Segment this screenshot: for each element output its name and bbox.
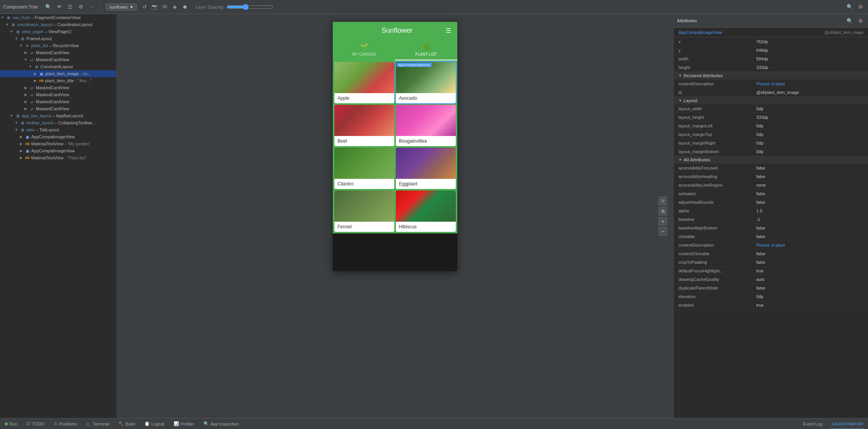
tree-toggle[interactable]: ▶ <box>19 148 23 153</box>
tree-toggle[interactable]: ▶ <box>19 134 23 139</box>
plant-card-apple[interactable]: Apple <box>334 62 394 103</box>
tree-item-icon: ⊞ <box>15 113 21 118</box>
attr-search-icon[interactable]: 🔍 <box>845 16 854 25</box>
tree-item-material_tv1[interactable]: ▶AbMaterialTextView - "My garden" <box>0 140 116 147</box>
plant-card-hibiscus[interactable]: Hibiscus <box>396 191 456 232</box>
attr-name: adjustViewBounds <box>678 200 756 205</box>
zoom-out-button[interactable]: − <box>659 227 667 236</box>
attr-settings-icon[interactable]: ⚙ <box>856 16 865 25</box>
zoom-controls: ⊡ ⧉ + − <box>659 197 667 236</box>
all-attributes-section[interactable]: ▼All Attributes <box>674 156 868 164</box>
attr-value: 1.0 <box>756 208 863 213</box>
attr-name: layout_marginLeft <box>678 124 756 128</box>
bottom-tab-terminal[interactable]: >_Terminal <box>85 418 111 429</box>
bottom-tab-problems[interactable]: ⚠Problems <box>52 418 79 429</box>
device-selector[interactable]: sunflower ▼ <box>106 4 137 11</box>
fit-to-window-icon[interactable]: ⊡ <box>659 197 667 205</box>
plant-card-fennel[interactable]: Fennel <box>334 191 394 232</box>
selected-label: AppCompatImageView <box>397 63 432 67</box>
layer-spacing-slider[interactable] <box>227 4 273 10</box>
plant-card-beet[interactable]: Beet <box>334 105 394 146</box>
bottom-tab-icon: ☑ <box>26 421 30 426</box>
tree-toggle[interactable]: ▶ <box>33 71 37 76</box>
search-icon[interactable]: 🔍 <box>44 3 53 11</box>
tree-item-plant_item_image[interactable]: ▶▣plant_item_image - Ap... <box>0 70 116 77</box>
bottom-tab-todo[interactable]: ☑TODO <box>25 418 46 429</box>
attr-name: layout_marginTop <box>678 132 756 137</box>
attributes-panel: Attributes 🔍 ⚙ AppCompatImageView @id/pl… <box>673 14 868 418</box>
tree-toggle[interactable]: ▶ <box>23 50 28 55</box>
attr-value: 648dp <box>756 48 863 53</box>
minimize-icon[interactable]: − <box>88 3 96 11</box>
tab-my-garden[interactable]: 🌱 MY GARDEN <box>333 39 395 60</box>
settings-icon[interactable]: ⚙ <box>77 3 85 11</box>
bottom-tab-build[interactable]: 🔨Build <box>117 418 136 429</box>
tree-toggle[interactable]: ▶ <box>23 92 28 97</box>
attr-name: layout_marginRight <box>678 141 756 145</box>
tree-toggle[interactable]: ▼ <box>9 29 14 34</box>
tree-item-masked6[interactable]: ▶▱MaskedCardView <box>0 105 116 112</box>
plant-card-cilantro[interactable]: Cilantro <box>334 148 394 189</box>
settings-right-icon[interactable]: ⚙ <box>856 3 865 11</box>
tree-toggle[interactable]: ▶ <box>19 155 23 160</box>
bottom-right-tab-layout-inspector[interactable]: Layout Inspector <box>830 418 865 429</box>
tree-item-plant_list[interactable]: ▼≡plant_list – RecyclerView <box>0 42 116 49</box>
tree-item-frame_layout[interactable]: ▼⊞FrameLayout <box>0 35 116 42</box>
tree-item-plant_item_title[interactable]: ▶Abplant_item_title - "Avo..." <box>0 77 116 84</box>
tree-toggle[interactable]: ▶ <box>23 99 28 104</box>
record-icon[interactable]: ⏺ <box>181 3 189 11</box>
tree-item-toolbar_layout[interactable]: ▼⊞toolbar_layout – CollapsingToolbar... <box>0 119 116 126</box>
plant-card-avocado[interactable]: AppCompatImageViewAvocado <box>396 62 456 103</box>
tree-item-masked4[interactable]: ▶▱MaskedCardView <box>0 91 116 98</box>
layout-section[interactable]: ▼Layout <box>674 97 868 104</box>
bottom-tab-run[interactable]: Run <box>3 418 19 429</box>
list-icon[interactable]: ☰ <box>66 3 74 11</box>
tree-toggle[interactable]: ▼ <box>14 127 19 132</box>
plant-card-bougainvillea[interactable]: Bougainvillea <box>396 105 456 146</box>
tree-toggle[interactable]: ▼ <box>0 15 5 20</box>
attr-row-width: width594dp <box>674 55 868 63</box>
bottom-tab-app-inspection[interactable]: 🔍App Inspection <box>202 418 241 429</box>
tree-item-material_tv2[interactable]: ▶AbMaterialTextView - "Plant list" <box>0 154 116 161</box>
tree-item-masked3[interactable]: ▶▱MaskedCardView <box>0 84 116 91</box>
tree-toggle[interactable]: ▶ <box>19 141 23 146</box>
3d-icon[interactable]: 3D <box>160 3 169 11</box>
bottom-right-tab-event-log[interactable]: Event Log <box>801 418 824 429</box>
tree-toggle[interactable]: ▼ <box>23 57 28 62</box>
copy-icon[interactable]: ⧉ <box>659 207 667 215</box>
tree-toggle[interactable]: ▼ <box>14 120 19 125</box>
tree-item-masked2[interactable]: ▼▱MaskedCardView <box>0 56 116 63</box>
bottom-tab-profiler[interactable]: 📊Profiler <box>172 418 196 429</box>
tree-toggle[interactable]: ▼ <box>5 22 9 27</box>
tree-toggle[interactable]: ▶ <box>23 106 28 111</box>
search-right-icon[interactable]: 🔍 <box>845 3 854 11</box>
tree-item-tabs[interactable]: ▼⊞tabs – TabLayout <box>0 126 116 133</box>
refresh-icon[interactable]: ↺ <box>140 3 149 11</box>
tree-item-nav_host[interactable]: ▼⊞nav_host – FragmentContainerView <box>0 14 116 21</box>
tree-item-compat_img2[interactable]: ▶▣AppCompatImageView <box>0 147 116 154</box>
tree-toggle[interactable]: ▶ <box>33 78 37 83</box>
tree-toggle[interactable]: ▼ <box>28 64 33 69</box>
tree-item-compat_img1[interactable]: ▶▣AppCompatImageView <box>0 133 116 140</box>
tree-toggle[interactable]: ▼ <box>14 36 19 41</box>
tree-item-view_pager[interactable]: ▼⊞view_pager – ViewPager2 <box>0 28 116 35</box>
tab-bar: 🌱 MY GARDEN 🌿 PLANT LIST <box>333 39 457 60</box>
snapshot-icon[interactable]: 📷 <box>150 3 159 11</box>
tree-item-masked1[interactable]: ▶▱MaskedCardView <box>0 49 116 56</box>
declared-attributes-section[interactable]: ▼Declared Attributes <box>674 72 868 79</box>
plant-card-eggplant[interactable]: Eggplant <box>396 148 456 189</box>
tree-item-constraint[interactable]: ▼⊞ConstraintLayout <box>0 63 116 70</box>
tree-item-masked5[interactable]: ▶▱MaskedCardView <box>0 98 116 105</box>
tab-plant-list[interactable]: 🌿 PLANT LIST <box>395 39 457 60</box>
zoom-in-button[interactable]: + <box>659 217 667 226</box>
eye-icon[interactable]: 👁 <box>55 3 63 11</box>
tree-toggle[interactable]: ▶ <box>23 85 28 90</box>
tree-toggle[interactable]: ▼ <box>19 43 23 48</box>
highlight-icon[interactable]: ◈ <box>170 3 179 11</box>
tree-item-coordinator_layout[interactable]: ▼⊞coordinator_layout – CoordinatorLayout <box>0 21 116 28</box>
bottom-tab-logcat[interactable]: 📋Logcat <box>143 418 166 429</box>
tree-toggle[interactable]: ▼ <box>9 113 14 118</box>
filter-icon[interactable]: ☰ <box>446 27 451 34</box>
attr-name: defaultFocusHighlight... <box>678 268 756 273</box>
tree-item-app_bar_layout[interactable]: ▼⊞app_bar_layout – AppBarLayout <box>0 112 116 119</box>
